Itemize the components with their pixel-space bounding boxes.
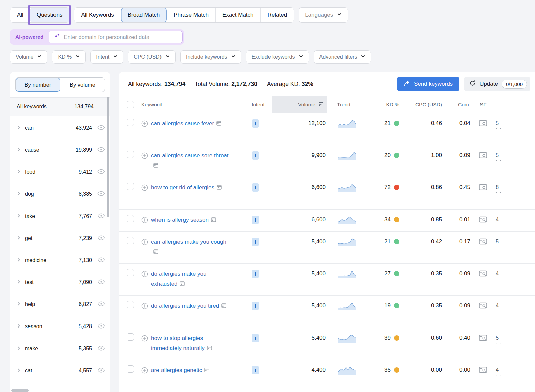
filter-intent[interactable]: Intent [90,50,123,64]
serp-preview-icon[interactable] [479,270,487,278]
tab-questions[interactable]: Questions [30,8,69,22]
eye-icon[interactable] [97,169,105,175]
sidebar-item-test[interactable]: test7,090 [13,271,108,293]
sidebar-item-cause[interactable]: cause19,899 [13,139,108,161]
eye-icon[interactable] [97,235,105,242]
row-checkbox[interactable] [127,237,134,244]
serp-preview-icon[interactable] [479,238,487,246]
sidebar-item-food[interactable]: food9,412 [13,161,108,183]
eye-icon[interactable] [97,213,105,220]
sf-count-link[interactable]: 4- - [496,365,502,376]
tab-phrase-match[interactable]: Phrase Match [167,8,215,22]
eye-icon[interactable] [97,279,105,286]
tab-all-keywords[interactable]: All Keywords [74,8,120,22]
add-keyword-icon[interactable] [141,303,148,311]
serp-page-icon[interactable] [153,161,158,171]
serp-preview-icon[interactable] [479,302,487,310]
serp-preview-icon[interactable] [479,367,487,374]
send-keywords-button[interactable]: Send keywords [397,77,459,91]
serp-page-icon[interactable] [180,279,185,289]
add-keyword-icon[interactable] [141,152,148,160]
row-checkbox[interactable] [127,119,134,126]
sf-count-link[interactable]: 4- - [496,301,502,312]
intent-badge[interactable]: I [252,183,259,192]
sidebar-horizontal-scrollbar[interactable] [11,389,29,392]
serp-page-icon[interactable] [204,366,209,376]
sidebar-item-season[interactable]: season5,428 [13,315,108,338]
add-keyword-icon[interactable] [141,120,148,128]
sidebar-item-help[interactable]: help6,827 [13,293,108,315]
keyword-link[interactable]: when is allergy season [151,215,216,225]
toggle-by-volume[interactable]: By volume [60,78,105,92]
column-header-cpc[interactable]: CPC (USD) [411,96,452,113]
column-header-sf[interactable]: SF [479,96,530,113]
eye-icon[interactable] [97,125,105,131]
column-header-keyword[interactable]: Keyword [141,96,252,113]
sf-count-link[interactable]: 5- - [496,333,502,344]
serp-page-icon[interactable] [221,301,226,311]
column-header-com[interactable]: Com. [452,96,479,113]
serp-page-icon[interactable] [207,344,212,354]
row-checkbox[interactable] [127,183,134,190]
sidebar-vertical-scrollbar[interactable] [107,97,109,217]
keyword-link[interactable]: are allergies genetic [151,365,209,376]
add-keyword-icon[interactable] [141,217,148,225]
row-checkbox[interactable] [127,215,134,222]
intent-badge[interactable]: I [252,216,259,224]
filter-exclude-keywords[interactable]: Exclude keywords [246,50,309,64]
column-header-kd[interactable]: KD % [370,96,411,113]
row-checkbox[interactable] [127,333,134,341]
sidebar-item-medicine[interactable]: medicine7,130 [13,249,108,271]
sf-count-link[interactable]: 4- - [496,269,502,280]
serp-preview-icon[interactable] [479,120,487,128]
add-keyword-icon[interactable] [141,184,148,192]
eye-icon[interactable] [97,301,105,308]
add-keyword-icon[interactable] [141,239,148,247]
row-checkbox[interactable] [127,301,134,308]
add-keyword-icon[interactable] [141,335,148,343]
sf-count-link[interactable]: 8- - [496,183,502,193]
sidebar-item-make[interactable]: make5,355 [13,338,108,360]
keyword-link[interactable]: how to stop allergies immediately natura… [151,333,229,354]
sf-count-link[interactable]: 5- - [496,119,502,129]
sf-count-link[interactable]: 5- - [496,237,502,248]
eye-icon[interactable] [97,346,105,352]
eye-icon[interactable] [97,323,105,330]
keyword-link[interactable]: can allergies cause sore throat [151,151,229,171]
sidebar-item-cat[interactable]: cat4,557 [13,360,108,382]
intent-badge[interactable]: I [252,334,259,342]
keyword-link[interactable]: can allergies cause fever [151,119,221,129]
languages-dropdown[interactable]: Languages [299,7,348,23]
sidebar-item-can[interactable]: can43,924 [13,117,108,139]
intent-badge[interactable]: I [252,302,259,310]
add-keyword-icon[interactable] [141,271,148,279]
sidebar-item-get[interactable]: get7,239 [13,227,108,249]
tab-related[interactable]: Related [260,8,294,22]
intent-badge[interactable]: I [252,119,259,128]
eye-icon[interactable] [97,257,105,264]
tab-exact-match[interactable]: Exact Match [215,8,260,22]
serp-preview-icon[interactable] [479,335,487,342]
serp-page-icon[interactable] [216,119,221,129]
add-keyword-icon[interactable] [141,367,148,375]
filter-advanced-filters[interactable]: Advanced filters [314,50,371,64]
intent-badge[interactable]: I [252,151,259,160]
update-button[interactable]: Update 0/1,000 [464,77,530,91]
eye-icon[interactable] [97,147,105,153]
filter-cpc-usd-[interactable]: CPC (USD) [128,50,176,64]
column-header-trend[interactable]: Trend [327,96,370,113]
column-header-intent[interactable]: Intent [252,96,272,113]
eye-icon[interactable] [97,191,105,198]
intent-badge[interactable]: I [252,270,259,278]
sidebar-item-take[interactable]: take7,767 [13,205,108,227]
sf-count-link[interactable]: 4- - [496,215,502,226]
select-all-checkbox[interactable] [127,101,134,108]
serp-page-icon[interactable] [217,183,222,193]
filter-volume[interactable]: Volume [10,50,47,64]
sf-count-link[interactable]: 5- - [496,151,502,161]
toggle-by-number[interactable]: By number [16,78,60,92]
column-header-volume[interactable]: Volume [272,96,327,113]
intent-badge[interactable]: I [252,238,259,246]
serp-preview-icon[interactable] [479,184,487,192]
row-checkbox[interactable] [127,365,134,373]
